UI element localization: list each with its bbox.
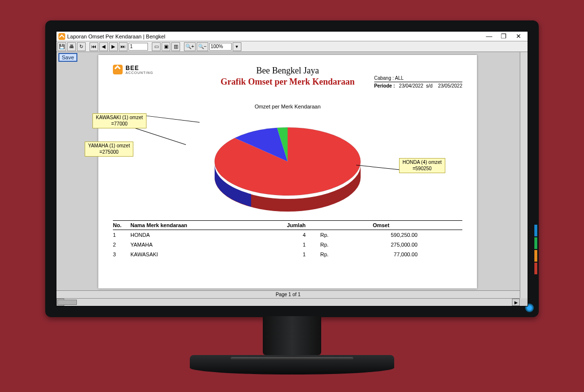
page-width-icon[interactable]: ▥ <box>171 42 180 51</box>
report-meta: Cabang : ALL Periode : 23/04/2022 s/d 23… <box>374 75 462 89</box>
th-no: No. <box>113 222 130 228</box>
close-button[interactable]: ✕ <box>511 33 526 40</box>
periode-sep: s/d <box>426 83 432 89</box>
callout-kawasaki: KAWASAKI (1) omzet=77000 <box>92 113 146 128</box>
table-row: 2YAMAHA1Rp.275,000.00 <box>113 240 462 249</box>
monitor-frame: Laporan Omset Per Kendaraan | Bengkel — … <box>45 20 539 317</box>
bee-logo-icon <box>113 65 123 74</box>
zoom-dropdown-icon[interactable]: ▾ <box>233 42 241 51</box>
monitor-stand-base <box>190 355 394 374</box>
logo-line1: BEE <box>126 65 153 71</box>
prev-page-icon[interactable]: ◀ <box>99 42 108 51</box>
company-name: Bee Bengkel Jaya <box>113 66 462 76</box>
pie-chart: KAWASAKI (1) omzet=77000 YAMAHA (1) omze… <box>113 110 462 213</box>
monitor-decor-ribbons <box>534 225 537 275</box>
report-viewport: BEE ACCOUNTING Bee Bengkel Jaya Grafik O… <box>56 52 528 306</box>
zoom-in-icon[interactable]: 🔍+ <box>184 42 196 51</box>
periode-to: 23/05/2022 <box>438 83 462 89</box>
maximize-button[interactable]: ❐ <box>496 33 511 40</box>
monitor-stand-neck <box>263 316 321 355</box>
report-page: BEE ACCOUNTING Bee Bengkel Jaya Grafik O… <box>98 55 477 288</box>
chart-title: Omzet per Merk Kendaraan <box>113 104 462 109</box>
save-icon[interactable]: 💾 <box>57 42 66 51</box>
page-number-input[interactable] <box>128 43 148 51</box>
app-icon <box>58 33 65 40</box>
periode-from: 23/04/2022 <box>399 83 423 89</box>
callout-honda: HONDA (4) omzet=590250 <box>399 158 445 173</box>
page-fit-icon[interactable]: ▣ <box>162 42 170 51</box>
minimize-button[interactable]: — <box>482 33 496 40</box>
toolbar: 💾 🖶 ↻ ⏮ ◀ ▶ ⏭ ▭ ▣ ▥ 🔍+ 🔍− ▾ <box>56 41 528 52</box>
print-icon[interactable]: 🖶 <box>67 42 76 51</box>
brand-logo: BEE ACCOUNTING <box>113 65 153 74</box>
save-button[interactable]: Save <box>58 53 77 62</box>
leader-line <box>142 115 200 123</box>
table-header: No. Nama Merk kendaraan Jumlah Omset <box>113 220 462 230</box>
cabang-value: ALL <box>395 75 404 81</box>
scroll-thumb[interactable] <box>57 300 77 305</box>
last-page-icon[interactable]: ⏭ <box>119 42 128 51</box>
window-title: Laporan Omset Per Kendaraan | Bengkel <box>67 34 482 39</box>
page-footer: Page 1 of 1 <box>56 290 520 298</box>
next-page-icon[interactable]: ▶ <box>109 42 118 51</box>
logo-line2: ACCOUNTING <box>126 71 153 74</box>
scroll-right-icon[interactable]: ▶ <box>512 299 520 306</box>
th-jumlah: Jumlah <box>267 222 320 228</box>
vertical-scrollbar[interactable] <box>520 52 528 298</box>
page-actual-icon[interactable]: ▭ <box>152 42 161 51</box>
titlebar: Laporan Omset Per Kendaraan | Bengkel — … <box>56 32 528 41</box>
cabang-label: Cabang : <box>374 75 394 81</box>
refresh-icon[interactable]: ↻ <box>77 42 86 51</box>
horizontal-scrollbar[interactable]: ◀ ▶ <box>56 298 520 306</box>
first-page-icon[interactable]: ⏮ <box>90 42 98 51</box>
table-row: 1HONDA4Rp.590,250.00 <box>113 230 462 240</box>
periode-label: Periode : <box>374 83 395 89</box>
th-omset: Omset <box>345 222 418 228</box>
zoom-out-icon[interactable]: 🔍− <box>197 42 208 51</box>
callout-yamaha: YAMAHA (1) omzet=275000 <box>85 142 133 157</box>
zoom-level-input[interactable] <box>209 43 232 51</box>
table-row: 3KAWASAKI1Rp.77,000.00 <box>113 249 462 259</box>
app-window: Laporan Omset Per Kendaraan | Bengkel — … <box>56 31 528 306</box>
pie-chart-svg <box>200 110 375 213</box>
data-table: No. Nama Merk kendaraan Jumlah Omset 1HO… <box>113 220 462 259</box>
th-name: Nama Merk kendaraan <box>130 222 267 228</box>
